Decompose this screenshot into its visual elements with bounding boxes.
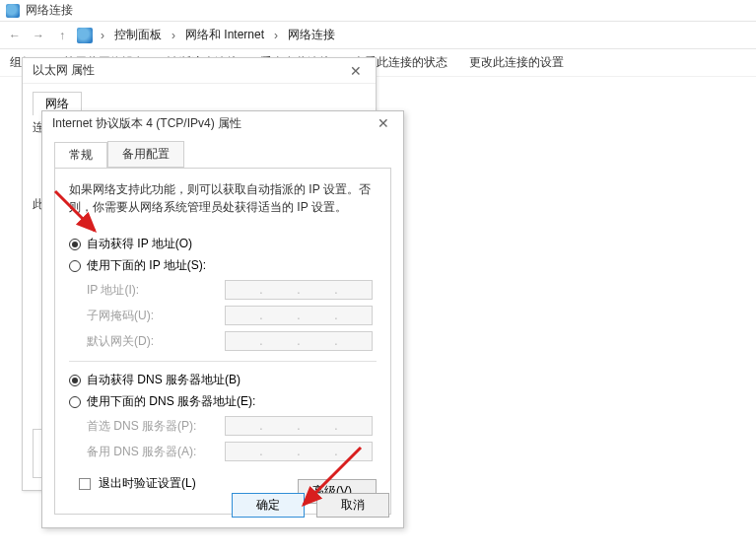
chevron-right-icon: › [272,29,280,42]
toolbar-change[interactable]: 更改此连接的设置 [469,54,564,71]
ethernet-titlebar: 以太网 属性 ✕ [23,58,376,84]
label-ip: IP 地址(I): [87,282,225,299]
tab-general[interactable]: 常规 [54,142,107,169]
app-title: 网络连接 [26,2,73,19]
breadcrumb-icon [77,28,93,43]
checkbox-exit-validate-label: 退出时验证设置(L) [99,475,196,492]
separator [69,361,377,362]
input-dns2: ... [225,442,373,461]
label-dns2: 备用 DNS 服务器(A): [87,444,225,460]
chevron-right-icon: › [99,29,106,42]
explorer-titlebar: 网络连接 [0,0,756,22]
label-dns1: 首选 DNS 服务器(P): [87,418,225,435]
label-gateway: 默认网关(D): [87,333,225,350]
label-mask: 子网掩码(U): [87,308,225,324]
input-ip: ... [225,280,373,300]
close-icon[interactable]: ✕ [346,63,366,79]
radio-auto-ip-row[interactable]: 自动获得 IP 地址(O) [69,236,377,252]
ethernet-title: 以太网 属性 [33,62,95,79]
ipv4-titlebar: Internet 协议版本 4 (TCP/IPv4) 属性 ✕ [42,111,403,135]
radio-manual-ip-label: 使用下面的 IP 地址(S): [87,257,206,274]
forward-arrow-icon[interactable]: → [30,27,47,44]
cancel-button[interactable]: 取消 [316,493,389,518]
breadcrumb: ← → ↑ › 控制面板 › 网络和 Internet › 网络连接 [0,22,756,49]
chevron-right-icon: › [170,29,177,42]
tab-alt[interactable]: 备用配置 [107,141,184,168]
radio-auto-ip[interactable] [69,239,81,250]
checkbox-exit-validate[interactable] [79,478,91,490]
ipv4-tabs: 常规 备用配置 [54,141,403,168]
input-mask: ... [225,306,373,325]
radio-auto-dns-label: 自动获得 DNS 服务器地址(B) [87,372,241,388]
radio-auto-dns-row[interactable]: 自动获得 DNS 服务器地址(B) [69,372,377,388]
ipv4-title: Internet 协议版本 4 (TCP/IPv4) 属性 [52,115,241,132]
radio-manual-dns-row[interactable]: 使用下面的 DNS 服务器地址(E): [69,393,377,410]
breadcrumb-segment[interactable]: 网络和 Internet [183,27,266,43]
radio-manual-ip[interactable] [69,260,81,272]
close-icon[interactable]: ✕ [374,115,393,131]
breadcrumb-segment[interactable]: 网络连接 [286,27,337,43]
up-arrow-icon[interactable]: ↑ [53,27,71,44]
breadcrumb-segment[interactable]: 控制面板 [112,27,164,43]
ipv4-properties-window: Internet 协议版本 4 (TCP/IPv4) 属性 ✕ 常规 备用配置 … [41,110,404,528]
back-arrow-icon[interactable]: ← [6,27,24,44]
radio-manual-ip-row[interactable]: 使用下面的 IP 地址(S): [69,257,377,274]
dialog-buttons: 确定 取消 [232,493,389,518]
radio-auto-ip-label: 自动获得 IP 地址(O) [87,236,192,252]
input-dns1: ... [225,416,373,436]
radio-manual-dns[interactable] [69,396,81,408]
radio-manual-dns-label: 使用下面的 DNS 服务器地址(E): [87,393,255,410]
ok-button[interactable]: 确定 [232,493,305,518]
network-icon [6,4,20,18]
ipv4-description: 如果网络支持此功能，则可以获取自动指派的 IP 设置。否则，你需要从网络系统管理… [69,180,377,216]
input-gateway: ... [225,331,373,351]
radio-auto-dns[interactable] [69,375,81,386]
ipv4-panel: 如果网络支持此功能，则可以获取自动指派的 IP 设置。否则，你需要从网络系统管理… [54,168,391,515]
